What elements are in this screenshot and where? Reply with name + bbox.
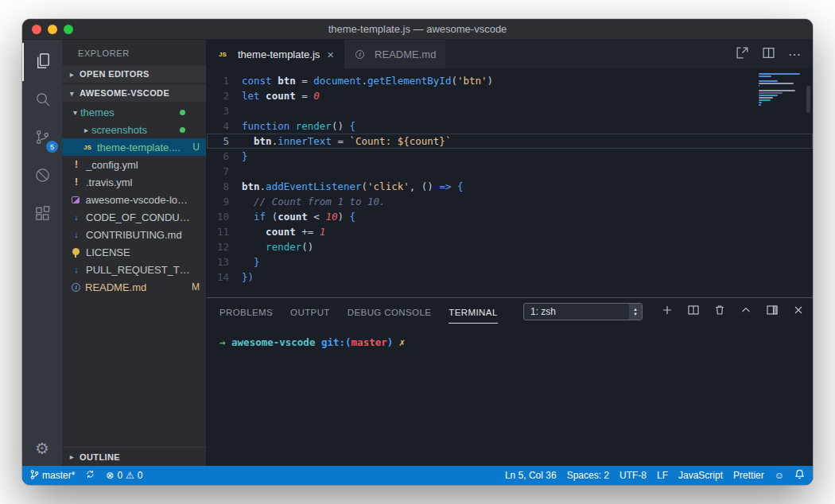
panel-tab-problems[interactable]: PROBLEMS	[219, 300, 273, 323]
panel-tab-terminal[interactable]: TERMINAL	[449, 300, 497, 324]
toggle-panel-layout-icon[interactable]	[766, 304, 779, 320]
zoom-window-button[interactable]	[64, 25, 73, 34]
editor-scrollbar[interactable]	[806, 86, 810, 113]
line-number: 3	[207, 103, 242, 118]
branch-icon	[30, 469, 39, 483]
code-line-4[interactable]: 4function render() {	[207, 118, 813, 134]
cursor-position-status[interactable]: Ln 5, Col 36	[505, 470, 557, 481]
code-line-8[interactable]: 8btn.addEventListener('click', () => {	[207, 179, 813, 194]
tree-item-contributing-md[interactable]: ↓CONTRIBUTING.md	[62, 226, 206, 243]
open-changes-icon[interactable]	[736, 46, 749, 63]
yaml-file-icon: !	[70, 176, 83, 188]
source-control-activity-button[interactable]: 5	[22, 119, 62, 157]
tree-item-pull-request-temp[interactable]: ↓PULL_REQUEST_TEMP...	[62, 261, 206, 278]
file-name: PULL_REQUEST_TEMP...	[86, 264, 190, 276]
debug-activity-button[interactable]	[22, 157, 62, 196]
extensions-activity-button[interactable]	[22, 196, 62, 234]
shell-select-value: 1: zsh	[530, 306, 556, 317]
code-line-10[interactable]: 10 if (count < 10) {	[207, 209, 813, 224]
code-editor[interactable]: 1const btn = document.getElementById('bt…	[207, 68, 813, 297]
info-file-icon: i	[72, 283, 80, 292]
split-terminal-icon[interactable]	[687, 304, 700, 320]
formatter-status[interactable]: Prettier	[733, 470, 764, 481]
tab-readme-md[interactable]: i README.md	[344, 40, 445, 68]
close-panel-icon[interactable]	[792, 304, 805, 320]
line-number: 13	[207, 254, 242, 269]
file-name: themes	[80, 107, 115, 118]
code-line-13[interactable]: 13 }	[207, 254, 813, 269]
close-tab-icon[interactable]: ×	[327, 48, 334, 60]
code-text: count += 1	[242, 224, 325, 239]
tree-item-code-of-conduct[interactable]: ↓CODE_OF_CONDUCT....	[62, 208, 206, 226]
tree-item-readme-md[interactable]: iREADME.mdM	[62, 278, 206, 296]
bell-icon	[794, 469, 805, 482]
status-left: master* ⊗ 0 ⚠ 0	[30, 469, 143, 483]
minimap[interactable]	[759, 73, 800, 106]
tree-item-travis-yml[interactable]: !.travis.yml	[62, 173, 206, 191]
panel-tab-debug-console[interactable]: DEBUG CONSOLE	[348, 300, 432, 323]
code-line-5[interactable]: 5 btn.innerText = `Count: ${count}`	[207, 134, 813, 149]
line-number: 9	[207, 194, 242, 209]
tree-item-license[interactable]: LICENSE	[62, 243, 206, 261]
settings-gear-button[interactable]: ⚙	[35, 439, 49, 458]
more-actions-icon[interactable]: ⋯	[788, 47, 802, 62]
new-terminal-icon[interactable]	[661, 304, 674, 320]
tree-item-theme-template[interactable]: JStheme-template....U	[62, 138, 206, 156]
git-changes-dot	[180, 110, 185, 115]
tab-theme-template-js[interactable]: JS theme-template.js ×	[207, 40, 344, 68]
open-editors-header[interactable]: ▸ OPEN EDITORS	[62, 65, 206, 83]
search-activity-button[interactable]	[22, 81, 62, 119]
code-line-3[interactable]: 3	[207, 103, 813, 118]
encoding-status[interactable]: UTF-8	[619, 470, 647, 481]
code-line-9[interactable]: 9 // Count from 1 to 10.	[207, 194, 813, 209]
maximize-panel-chevron-icon[interactable]	[740, 304, 752, 320]
terminal[interactable]: → awesome-vscode git:(master) ✗	[207, 325, 813, 466]
code-line-6[interactable]: 6}	[207, 149, 813, 164]
close-window-button[interactable]	[32, 25, 41, 34]
outline-header[interactable]: ▸ OUTLINE	[62, 447, 206, 466]
panel-header: PROBLEMS OUTPUT DEBUG CONSOLE TERMINAL 1…	[207, 298, 813, 325]
kill-terminal-trash-icon[interactable]	[713, 304, 726, 320]
feedback-smiley-button[interactable]: ☺	[775, 470, 784, 481]
code-line-12[interactable]: 12 render()	[207, 239, 813, 254]
git-status-letter: M	[192, 281, 200, 293]
license-file-icon	[72, 248, 80, 255]
code-line-14[interactable]: 14})	[207, 269, 813, 285]
warning-count: 0	[138, 470, 143, 481]
bottom-panel: PROBLEMS OUTPUT DEBUG CONSOLE TERMINAL 1…	[207, 297, 813, 466]
tree-item-themes[interactable]: ▾themes	[62, 103, 206, 121]
eol-status[interactable]: LF	[657, 470, 668, 481]
file-name: CODE_OF_CONDUCT....	[86, 211, 190, 223]
code-text: // Count from 1 to 10.	[242, 194, 386, 209]
language-mode-status[interactable]: JavaScript	[678, 470, 723, 481]
explorer-activity-button[interactable]	[22, 43, 62, 81]
code-line-7[interactable]: 7	[207, 164, 813, 179]
titlebar[interactable]: theme-template.js — awesome-vscode	[22, 19, 813, 40]
main-area: 5 ⚙ EXPLORER ▸ OPE	[22, 40, 813, 466]
workspace-root-header[interactable]: ▾ AWESOME-VSCODE	[62, 84, 206, 102]
tree-item-awesome-vscode-logo[interactable]: awesome-vscode-logo...	[62, 191, 206, 208]
split-editor-icon[interactable]	[762, 46, 775, 63]
files-icon	[33, 52, 52, 73]
minimize-window-button[interactable]	[48, 25, 57, 34]
problems-status[interactable]: ⊗ 0 ⚠ 0	[106, 470, 142, 481]
sidebar-explorer: EXPLORER ▸ OPEN EDITORS ▾ AWESOME-VSCODE…	[62, 40, 207, 466]
panel-tab-output[interactable]: OUTPUT	[290, 300, 330, 323]
extensions-icon	[33, 204, 52, 226]
git-branch-status[interactable]: master*	[30, 469, 75, 483]
chevron-down-icon: ▾	[70, 108, 80, 117]
code-line-1[interactable]: 1const btn = document.getElementById('bt…	[207, 73, 813, 88]
desktop: theme-template.js — awesome-vscode	[0, 0, 835, 504]
sync-changes-button[interactable]	[85, 469, 95, 482]
tree-item-screenshots[interactable]: ▸screenshots	[62, 121, 206, 138]
panel-actions: 1: zsh ▲▼	[523, 303, 805, 320]
code-line-11[interactable]: 11 count += 1	[207, 224, 813, 239]
tree-item-config-yml[interactable]: !_config.yml	[62, 156, 206, 173]
code-line-2[interactable]: 2let count = 0	[207, 88, 813, 103]
indentation-status[interactable]: Spaces: 2	[567, 470, 609, 481]
terminal-shell-select[interactable]: 1: zsh ▲▼	[523, 303, 643, 320]
chevron-right-icon: ▸	[67, 452, 77, 461]
code-text: }	[242, 149, 248, 164]
notifications-bell-button[interactable]	[794, 469, 805, 482]
code-text: btn.innerText = `Count: ${count}`	[242, 134, 451, 149]
